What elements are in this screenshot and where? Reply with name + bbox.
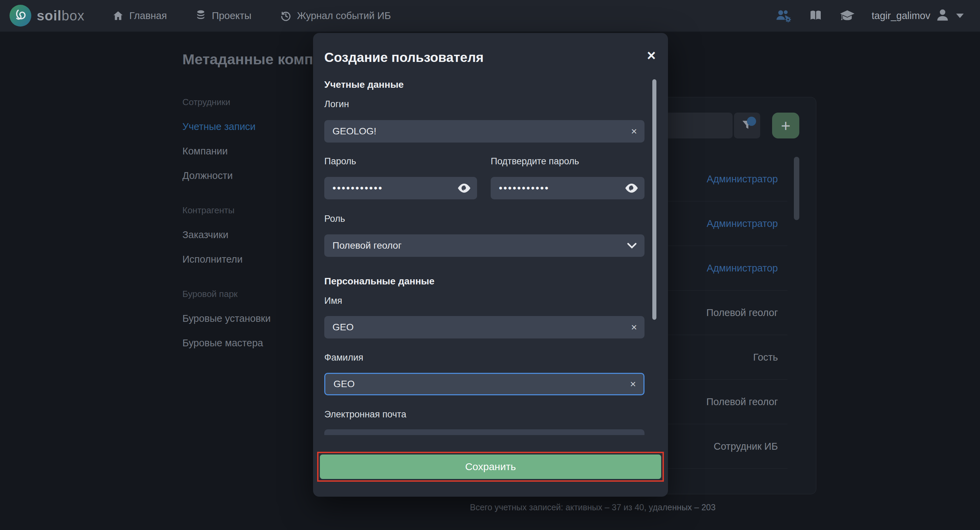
- role-selected-value: Полевой геолог: [324, 240, 619, 251]
- save-button[interactable]: Сохранить: [320, 454, 661, 479]
- confirm-password-input[interactable]: [491, 182, 619, 194]
- password-label: Пароль: [324, 156, 356, 167]
- last-name-label: Фамилия: [324, 352, 363, 363]
- brand-box: box: [62, 8, 85, 23]
- last-name-input[interactable]: [325, 379, 622, 389]
- education-cap-icon[interactable]: [839, 8, 856, 23]
- chevron-down-icon: [956, 14, 964, 18]
- history-icon: [280, 10, 292, 21]
- sidebar-item-accounts[interactable]: Учетные записи: [182, 114, 305, 139]
- sidebar-group-counterparties: Контрагенты: [182, 198, 305, 222]
- user-management-icon[interactable]: [775, 8, 792, 23]
- clear-last-name-icon[interactable]: ×: [622, 378, 643, 390]
- login-label: Логин: [324, 99, 349, 109]
- role-cell: Администратор: [707, 173, 778, 184]
- clear-login-icon[interactable]: ×: [624, 125, 644, 137]
- filter-active-badge: [747, 117, 756, 126]
- brand-text: soilbox: [37, 8, 84, 24]
- database-icon: [195, 10, 206, 21]
- nav-home[interactable]: Главная: [112, 10, 167, 21]
- show-password-icon[interactable]: [451, 182, 477, 194]
- sidebar-item-customers[interactable]: Заказчики: [182, 222, 305, 247]
- sidebar-item-positions[interactable]: Должности: [182, 163, 305, 188]
- nav-home-label: Главная: [129, 10, 167, 21]
- nav-event-log-label: Журнал событий ИБ: [297, 10, 391, 21]
- topbar-right: tagir_galimov: [775, 0, 964, 31]
- first-name-field: ×: [324, 316, 644, 338]
- accounts-summary: Всего учетных записей: активных – 37 из …: [470, 503, 716, 512]
- role-label: Роль: [324, 214, 345, 224]
- logo[interactable]: soilbox: [10, 0, 84, 31]
- password-field: [324, 177, 477, 199]
- clear-first-name-icon[interactable]: ×: [624, 322, 644, 333]
- plus-icon: +: [781, 116, 791, 135]
- first-name-label: Имя: [324, 296, 342, 306]
- login-field: ×: [324, 120, 644, 143]
- chevron-down-icon: [619, 242, 644, 249]
- nav-event-log[interactable]: Журнал событий ИБ: [280, 10, 391, 21]
- show-confirm-password-icon[interactable]: [619, 182, 644, 194]
- user-menu[interactable]: tagir_galimov: [872, 8, 964, 24]
- password-input[interactable]: [324, 182, 451, 194]
- role-cell: Администратор: [707, 218, 778, 229]
- create-user-modal: Создание пользователя × Учетные данные Л…: [313, 33, 668, 497]
- documentation-book-icon[interactable]: [808, 9, 823, 22]
- section-personal: Персональные данные: [324, 276, 434, 287]
- first-name-input[interactable]: [324, 322, 624, 333]
- username: tagir_galimov: [872, 10, 930, 21]
- confirm-password-label: Подтвердите пароль: [491, 156, 579, 167]
- sidebar-item-drilling-masters[interactable]: Буровые мастера: [182, 331, 305, 355]
- topbar: soilbox Главная Проекты: [0, 0, 980, 32]
- sidebar-group-drilling-park: Буровой парк: [182, 282, 305, 306]
- avatar-icon: [935, 8, 950, 24]
- soilbox-spiral-icon: [10, 5, 31, 27]
- login-input[interactable]: [324, 126, 624, 137]
- home-icon: [112, 10, 124, 21]
- nav-projects-label: Проекты: [212, 10, 251, 21]
- role-cell: Сотрудник ИБ: [714, 441, 778, 452]
- email-label: Электронная почта: [324, 409, 406, 420]
- sidebar-item-drilling-rigs[interactable]: Буровые установки: [182, 306, 305, 331]
- close-icon[interactable]: ×: [647, 48, 656, 63]
- modal-title: Создание пользователя: [324, 50, 484, 65]
- sidebar-item-companies[interactable]: Компании: [182, 139, 305, 163]
- last-name-field-focused: ×: [324, 373, 644, 395]
- email-field-clipped[interactable]: [324, 429, 644, 435]
- sidebar-item-contractors[interactable]: Исполнители: [182, 247, 305, 271]
- role-cell: Полевой геолог: [706, 307, 778, 318]
- role-cell: Администратор: [707, 263, 778, 273]
- brand-soil: soil: [37, 8, 62, 23]
- role-cell: Гость: [753, 352, 778, 363]
- section-credentials: Учетные данные: [324, 79, 404, 90]
- main-nav: Главная Проекты: [112, 0, 391, 31]
- role-cell: Полевой геолог: [706, 396, 778, 407]
- role-select[interactable]: Полевой геолог: [324, 234, 644, 257]
- filter-button[interactable]: [734, 113, 760, 138]
- add-user-button[interactable]: +: [772, 113, 799, 138]
- modal-scrollbar[interactable]: [652, 79, 656, 320]
- sidebar-group-employees: Сотрудники: [182, 90, 305, 114]
- nav-projects[interactable]: Проекты: [195, 10, 251, 21]
- confirm-password-field: [491, 177, 644, 199]
- sidebar: Сотрудники Учетные записи Компании Должн…: [182, 90, 305, 355]
- save-annotation-outline: Сохранить: [317, 452, 664, 482]
- table-scrollbar[interactable]: [794, 157, 799, 220]
- app-screen: soilbox Главная Проекты: [0, 0, 980, 530]
